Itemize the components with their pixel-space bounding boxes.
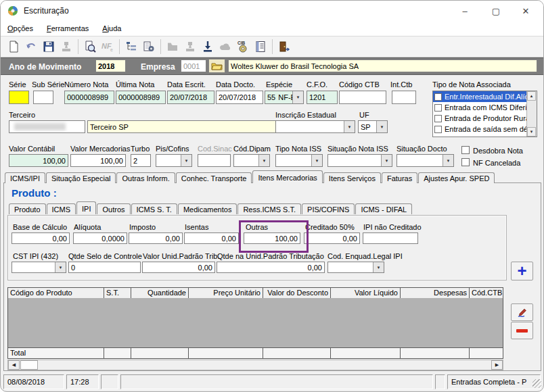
- qtde-unid-padrao-field[interactable]: 0,00: [217, 262, 325, 273]
- data-escrit-field[interactable]: 20/07/2018: [167, 91, 214, 104]
- cod-dipam-combo[interactable]: [233, 154, 270, 167]
- empresa-code-field[interactable]: 0001: [181, 59, 206, 72]
- chevron-down-icon[interactable]: [443, 155, 453, 166]
- cib-gauge-icon[interactable]: CIB: [234, 39, 252, 55]
- process-config-icon[interactable]: [140, 39, 158, 55]
- checkbox-icon[interactable]: [434, 115, 442, 122]
- list-item[interactable]: Entrada de saída sem débi: [433, 124, 537, 134]
- subtab-ress-icms-st[interactable]: Ress.ICMS S.T.: [237, 203, 301, 214]
- print-preview-icon[interactable]: [81, 39, 99, 55]
- add-item-button[interactable]: [511, 262, 533, 280]
- base-calculo-field[interactable]: 0,00: [12, 232, 70, 244]
- tab-icms-ipi[interactable]: ICMS/IPI: [5, 172, 45, 183]
- import-down-icon[interactable]: [199, 39, 217, 55]
- tab-itens-mercadorias[interactable]: Itens Mercadorias: [252, 170, 322, 183]
- remove-item-button[interactable]: [511, 322, 533, 339]
- tab-faturas[interactable]: Faturas: [382, 172, 417, 183]
- subtab-medicamentos[interactable]: Medicamentos: [178, 203, 237, 214]
- scroll-up-icon[interactable]: [527, 91, 536, 101]
- open-company-button[interactable]: [208, 59, 225, 73]
- inscricao-estadual-combo[interactable]: [275, 120, 355, 133]
- exit-door-icon[interactable]: [275, 39, 293, 55]
- chevron-down-icon[interactable]: [181, 155, 191, 166]
- valor-unid-padrao-field[interactable]: 0,00: [142, 262, 215, 273]
- situacao-docto-combo[interactable]: [396, 154, 454, 167]
- subtab-ipi[interactable]: IPI: [76, 201, 96, 214]
- chevron-down-icon[interactable]: [376, 121, 387, 132]
- chevron-down-icon[interactable]: [55, 262, 66, 272]
- col-preco-unitario[interactable]: Preço Unitário: [189, 288, 263, 298]
- chevron-down-icon[interactable]: [373, 262, 384, 272]
- chevron-down-icon[interactable]: [311, 155, 322, 166]
- tipo-nota-iss-combo[interactable]: [275, 154, 323, 167]
- isentas-field[interactable]: 0,00: [184, 232, 239, 244]
- situacao-nota-iss-combo[interactable]: [327, 154, 392, 167]
- ano-movimento-field[interactable]: 2018: [95, 59, 126, 72]
- list-item[interactable]: Entr.Interestadual Dif.Alíq: [433, 91, 537, 102]
- grid-horizontal-scrollbar[interactable]: [7, 360, 503, 370]
- new-document-icon[interactable]: [5, 39, 22, 55]
- undo-icon[interactable]: [22, 39, 40, 55]
- turbo-field[interactable]: 2: [131, 154, 151, 167]
- col-valor-liquido[interactable]: Valor Líquido: [331, 288, 401, 298]
- pis-cofins-combo[interactable]: [156, 154, 192, 167]
- nf-cancelada-checkbox[interactable]: [461, 158, 470, 166]
- valor-contabil-field[interactable]: 100,00: [9, 154, 68, 167]
- subtab-pis-cofins[interactable]: PIS/COFINS: [302, 203, 355, 214]
- subtab-icms[interactable]: ICMS: [47, 203, 76, 214]
- grid-body-empty[interactable]: [7, 298, 503, 347]
- especie-combo[interactable]: 55 NF-E: [265, 91, 304, 104]
- edit-item-button[interactable]: [511, 303, 533, 321]
- imposto-field[interactable]: 0,00: [129, 232, 183, 244]
- codigo-ctb-field[interactable]: [339, 91, 386, 104]
- empresa-name-field[interactable]: Woltes Kluwer do Brasil Tecnologia SA: [228, 59, 537, 72]
- resize-grip[interactable]: [532, 379, 541, 388]
- col-valor-desconto[interactable]: Valor do Desconto: [263, 288, 331, 298]
- qtde-selo-field[interactable]: 0: [68, 262, 141, 273]
- data-docto-field[interactable]: 20/07/2018: [216, 91, 263, 104]
- report-icon[interactable]: [252, 39, 269, 55]
- scrollbar-thumb[interactable]: [20, 360, 38, 370]
- subtab-icms-st[interactable]: ICMS S. T.: [131, 203, 177, 214]
- col-quantidade[interactable]: Quantidade: [131, 288, 189, 298]
- creditado-50-field[interactable]: 0,00: [304, 232, 360, 244]
- tab-situacao-especial[interactable]: Situação Especial: [46, 172, 116, 183]
- list-item[interactable]: Entrada com ICMS Diferido: [433, 102, 537, 113]
- tab-conhec-transporte[interactable]: Conhec. Transporte: [176, 172, 252, 183]
- col-cod-ctb[interactable]: Cód.CTB: [470, 288, 503, 298]
- serie-field[interactable]: [9, 91, 29, 104]
- ultima-nota-field[interactable]: 0000008989: [116, 91, 166, 104]
- list-scrollbar[interactable]: [526, 91, 537, 137]
- close-button[interactable]: ✕: [515, 3, 537, 18]
- scroll-down-icon[interactable]: [527, 127, 536, 137]
- subtab-outros[interactable]: Outros: [97, 203, 130, 214]
- minimize-button[interactable]: –: [454, 3, 476, 18]
- uf-combo[interactable]: SP: [358, 120, 388, 133]
- aliquota-field[interactable]: 0,0000: [73, 232, 127, 244]
- tab-itens-servicos[interactable]: Itens Serviços: [323, 172, 381, 183]
- save-icon[interactable]: [40, 39, 58, 55]
- tab-ajustes-apur-sped[interactable]: Ajustes Apur. SPED: [418, 172, 495, 183]
- menu-ferramentas[interactable]: Ferramentas: [40, 22, 95, 34]
- cod-sinac-field[interactable]: [198, 154, 231, 167]
- checkbox-icon[interactable]: [434, 104, 442, 112]
- tipo-nota-associada-list[interactable]: Entr.Interestadual Dif.Alíq Entrada com …: [432, 91, 537, 137]
- maximize-button[interactable]: ▢: [485, 3, 507, 18]
- col-despesas[interactable]: Despesas: [401, 288, 470, 298]
- list-item[interactable]: Entrada de Produtor Rural: [433, 113, 537, 124]
- chevron-down-icon[interactable]: [292, 91, 303, 103]
- scroll-left-icon[interactable]: [8, 360, 20, 370]
- int-ctb-field[interactable]: [392, 91, 416, 104]
- checkbox-icon[interactable]: [434, 126, 442, 133]
- menu-opcoes[interactable]: Opções: [1, 22, 40, 34]
- chevron-down-icon[interactable]: [381, 155, 392, 166]
- desdobra-nota-checkbox[interactable]: [461, 146, 470, 154]
- subserie-field[interactable]: [33, 91, 53, 104]
- tab-outras-inform[interactable]: Outras Inform.: [116, 172, 175, 183]
- col-codigo-produto[interactable]: Código do Produto: [8, 288, 104, 298]
- terceiro-code-field[interactable]: [9, 120, 85, 133]
- chevron-down-icon[interactable]: [344, 121, 355, 132]
- col-st[interactable]: S.T.: [104, 288, 131, 298]
- ipi-nao-creditado-field[interactable]: [363, 232, 418, 244]
- chevron-down-icon[interactable]: [258, 155, 269, 166]
